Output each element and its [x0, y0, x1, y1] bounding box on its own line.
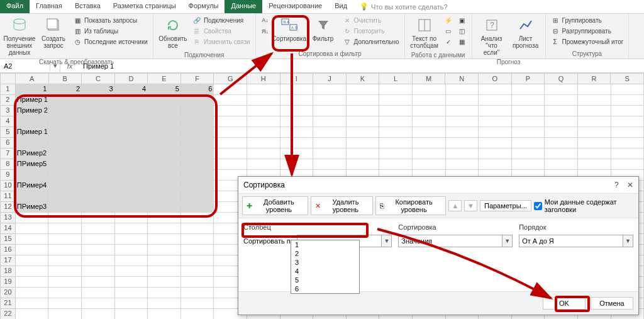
cell[interactable] [148, 127, 181, 138]
dropdown-option[interactable]: 4 [291, 267, 359, 276]
sort-on-dropdown[interactable]: Значения ▼ [398, 235, 513, 247]
cell[interactable] [115, 202, 148, 213]
cell[interactable] [379, 84, 413, 95]
cell[interactable] [181, 127, 214, 138]
row-header[interactable]: 16 [0, 245, 16, 255]
cell[interactable] [446, 148, 479, 159]
cell[interactable] [446, 116, 479, 127]
cell[interactable] [48, 298, 82, 309]
cell[interactable] [413, 148, 446, 159]
cell[interactable] [313, 127, 347, 138]
cell[interactable]: 6 [181, 84, 214, 95]
cell[interactable] [16, 255, 49, 266]
cell[interactable]: ПРимер3 [16, 202, 49, 213]
cell[interactable] [16, 213, 49, 223]
cell[interactable] [82, 138, 115, 148]
cell[interactable] [214, 116, 247, 127]
cell[interactable] [479, 159, 512, 170]
column-header[interactable]: O [479, 73, 512, 84]
dropdown-option[interactable]: 1 [291, 240, 359, 249]
cell[interactable] [82, 159, 115, 170]
cell[interactable]: ПРимер4 [16, 181, 49, 191]
move-up-button[interactable]: ▲ [448, 200, 462, 211]
cell[interactable] [214, 148, 247, 159]
cell[interactable] [48, 116, 82, 127]
cell[interactable] [413, 106, 446, 116]
row-header[interactable]: 14 [0, 223, 16, 234]
cell[interactable] [181, 255, 214, 266]
cell[interactable] [115, 127, 148, 138]
cell[interactable] [48, 255, 82, 266]
cell[interactable] [82, 288, 115, 298]
cell[interactable] [280, 95, 314, 106]
column-header[interactable]: M [413, 73, 446, 84]
cell[interactable] [578, 127, 611, 138]
cell[interactable] [313, 95, 347, 106]
cell[interactable] [48, 223, 82, 234]
remove-dup-button[interactable]: ▭ [443, 26, 454, 36]
cell[interactable] [280, 159, 314, 170]
cell[interactable] [82, 181, 115, 191]
tab-formulas[interactable]: Формулы [182, 0, 225, 13]
cell[interactable] [214, 138, 247, 148]
cell[interactable] [16, 288, 49, 298]
cell[interactable] [479, 106, 512, 116]
cell[interactable] [313, 84, 347, 95]
cell[interactable] [82, 298, 115, 309]
subtotal-button[interactable]: ΣПромежуточный итог [550, 36, 625, 47]
cell[interactable] [347, 106, 380, 116]
cell[interactable] [82, 191, 115, 202]
ungroup-button[interactable]: ⊟Разгруппировать [550, 26, 625, 36]
cell[interactable] [181, 106, 214, 116]
cell[interactable] [148, 245, 181, 255]
cell[interactable] [181, 298, 214, 309]
cell[interactable] [512, 148, 545, 159]
column-header[interactable]: K [347, 73, 380, 84]
row-header[interactable]: 3 [0, 106, 16, 116]
cell[interactable] [148, 277, 181, 288]
cell[interactable] [16, 170, 49, 181]
tab-view[interactable]: Вид [328, 0, 353, 13]
cell[interactable] [578, 116, 611, 127]
cell[interactable] [545, 84, 578, 95]
reapply-button[interactable]: ↻Повторить [341, 26, 401, 36]
cell[interactable] [545, 138, 578, 148]
cell[interactable] [578, 106, 611, 116]
cell[interactable] [214, 95, 247, 106]
cell[interactable] [181, 138, 214, 148]
cell[interactable] [512, 116, 545, 127]
cancel-button[interactable]: Отмена [591, 297, 633, 310]
cell[interactable] [313, 148, 347, 159]
row-header[interactable]: 9 [0, 170, 16, 181]
cell[interactable] [512, 95, 545, 106]
cell[interactable] [280, 148, 314, 159]
cell[interactable] [611, 159, 644, 170]
row-header[interactable]: 2 [0, 95, 16, 106]
cell[interactable] [181, 309, 214, 319]
cell[interactable] [578, 84, 611, 95]
cell[interactable] [280, 106, 314, 116]
cell[interactable] [115, 309, 148, 319]
cell[interactable] [413, 84, 446, 95]
cell[interactable] [48, 213, 82, 223]
cell[interactable] [611, 148, 644, 159]
cell[interactable] [446, 159, 479, 170]
cell[interactable] [148, 116, 181, 127]
column-header[interactable]: S [611, 73, 644, 84]
dropdown-option[interactable]: 3 [291, 258, 359, 267]
cell[interactable] [578, 95, 611, 106]
tab-data[interactable]: Данные [225, 0, 262, 13]
row-header[interactable]: 12 [0, 202, 16, 213]
cell[interactable] [214, 159, 247, 170]
select-all-corner[interactable] [0, 73, 16, 84]
cell[interactable] [379, 159, 413, 170]
clear-filter-button[interactable]: ✕Очистить [341, 15, 401, 25]
manage-model-button[interactable]: ▦ [457, 36, 468, 47]
cell[interactable] [545, 116, 578, 127]
cell[interactable] [82, 309, 115, 319]
cell[interactable] [347, 127, 380, 138]
cell[interactable] [347, 116, 380, 127]
cell[interactable] [545, 106, 578, 116]
cell[interactable] [48, 106, 82, 116]
cell[interactable] [115, 170, 148, 181]
